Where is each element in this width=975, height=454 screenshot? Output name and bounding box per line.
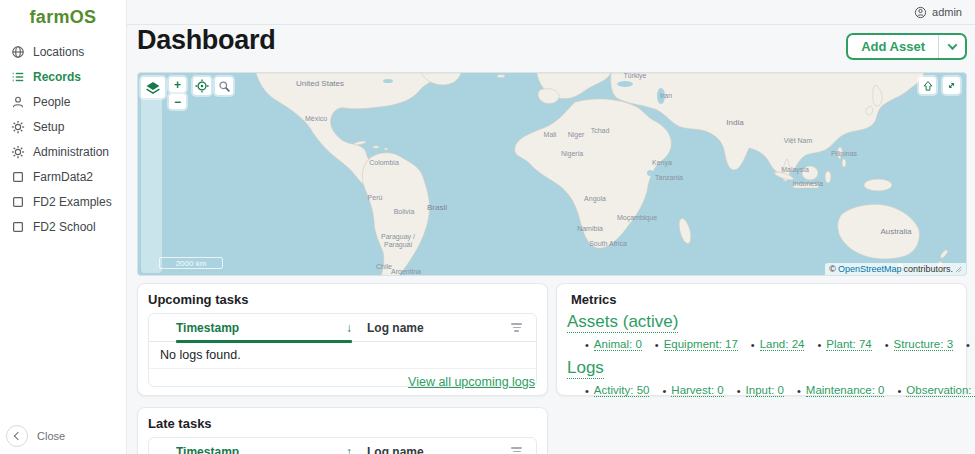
late-tasks-title: Late tasks bbox=[148, 416, 537, 431]
map-scale-bar: 2000 km bbox=[159, 257, 223, 269]
map-label: Pilipinas bbox=[831, 150, 858, 158]
map-label: Iran bbox=[660, 92, 672, 99]
sidebar-item-farmdata2[interactable]: FarmData2 bbox=[0, 164, 126, 189]
bullet: • bbox=[585, 339, 589, 351]
topbar: admin bbox=[127, 0, 975, 25]
sidebar-item-records[interactable]: Records bbox=[0, 64, 126, 89]
sidebar-item-label: Records bbox=[33, 70, 81, 84]
sidebar-item-people[interactable]: People bbox=[0, 89, 126, 114]
collapse-sidebar-button[interactable] bbox=[6, 425, 28, 447]
layer-switcher-panel[interactable] bbox=[141, 91, 162, 273]
bullet: • bbox=[897, 385, 901, 397]
map-label: Perú bbox=[368, 194, 383, 201]
metric-link-input[interactable]: Input: 0 bbox=[746, 384, 784, 397]
filter-icon[interactable] bbox=[511, 323, 522, 332]
map-label: United States bbox=[296, 79, 344, 88]
map-label: Tanzania bbox=[655, 174, 683, 181]
map-label: Brasil bbox=[427, 203, 447, 212]
upcoming-tasks-title: Upcoming tasks bbox=[148, 292, 537, 307]
map-label: Niger bbox=[568, 131, 585, 139]
bullet: • bbox=[966, 339, 970, 351]
metric-link-equipment[interactable]: Equipment: 17 bbox=[664, 338, 738, 351]
map-label: Kenya bbox=[652, 159, 672, 167]
sort-descending-icon[interactable]: ↓ bbox=[346, 321, 352, 335]
metric-link-maintenance[interactable]: Maintenance: 0 bbox=[806, 384, 885, 397]
map-label: Malaysia bbox=[781, 166, 809, 174]
column-header-timestamp[interactable]: Timestamp ↓ bbox=[176, 321, 352, 335]
metric-item: •Maintenance: 0 bbox=[797, 384, 885, 397]
sidebar-item-setup[interactable]: Setup bbox=[0, 114, 126, 139]
layers-icon bbox=[145, 81, 161, 95]
sidebar-item-fd2-school[interactable]: FD2 School bbox=[0, 214, 126, 239]
sidebar-item-label: FD2 School bbox=[33, 220, 96, 234]
logs-link[interactable]: Logs bbox=[567, 358, 604, 379]
fullscreen-button[interactable] bbox=[943, 77, 960, 94]
sort-ascending-icon[interactable]: ↑ bbox=[346, 445, 352, 454]
sidebar-item-administration[interactable]: Administration bbox=[0, 139, 126, 164]
map-search-button[interactable] bbox=[215, 77, 233, 95]
map-export-button[interactable] bbox=[919, 77, 936, 94]
gear-icon bbox=[10, 119, 25, 134]
farmos-logo[interactable]: farmOS bbox=[0, 0, 126, 28]
metric-link-harvest[interactable]: Harvest: 0 bbox=[671, 384, 723, 397]
world-map: United StatesMéxicoColombiaPerúBoliviaBr… bbox=[138, 73, 967, 276]
globe-icon bbox=[10, 44, 25, 59]
zoom-in-button[interactable]: + bbox=[169, 77, 186, 92]
map-label: India bbox=[726, 118, 744, 127]
sidebar-item-label: Setup bbox=[33, 120, 64, 134]
column-header-timestamp[interactable]: Timestamp ↑ bbox=[176, 445, 352, 454]
sidebar-item-label: FarmData2 bbox=[33, 170, 93, 184]
column-header-log-name[interactable]: Log name bbox=[367, 321, 424, 335]
filter-icon[interactable] bbox=[511, 447, 522, 454]
metrics-title: Metrics bbox=[571, 292, 952, 307]
sidebar-item-fd2-examples[interactable]: FD2 Examples bbox=[0, 189, 126, 214]
metric-link-activity[interactable]: Activity: 50 bbox=[594, 384, 650, 397]
bullet: • bbox=[737, 385, 741, 397]
metric-item: •Input: 0 bbox=[737, 384, 784, 397]
map-label: Tchad bbox=[591, 127, 610, 134]
square-icon bbox=[10, 169, 25, 184]
zoom-out-button[interactable]: − bbox=[169, 94, 186, 109]
openstreetmap-link[interactable]: OpenStreetMap bbox=[838, 264, 902, 274]
add-asset-split-button: Add Asset bbox=[846, 33, 967, 60]
attribution-collapse-icon[interactable] bbox=[955, 266, 962, 273]
map-label: Moçambique bbox=[617, 214, 657, 222]
map-attribution: © OpenStreetMap contributors. bbox=[825, 263, 966, 275]
logs-metric-list: •Activity: 50•Harvest: 0•Input: 0•Mainte… bbox=[571, 384, 952, 397]
metrics-panel: Metrics Assets (active) •Animal: 0•Equip… bbox=[556, 283, 967, 396]
page-title: Dashboard bbox=[137, 25, 275, 56]
add-asset-dropdown-toggle[interactable] bbox=[938, 35, 965, 58]
column-header-log-name[interactable]: Log name bbox=[367, 445, 424, 454]
map-label: Mali bbox=[544, 131, 557, 138]
upcoming-tasks-panel: Upcoming tasks Timestamp ↓ Log name No l… bbox=[137, 283, 548, 396]
geolocate-icon bbox=[195, 79, 209, 93]
metric-item: •Equipment: 17 bbox=[655, 338, 738, 351]
map-label: Indonesia bbox=[793, 180, 823, 187]
bullet: • bbox=[655, 339, 659, 351]
sidebar-item-locations[interactable]: Locations bbox=[0, 39, 126, 64]
metric-link-structure[interactable]: Structure: 3 bbox=[894, 338, 953, 351]
layers-button[interactable] bbox=[141, 77, 165, 98]
dashboard-map[interactable]: United StatesMéxicoColombiaPerúBoliviaBr… bbox=[137, 72, 967, 276]
sidebar-item-label: People bbox=[33, 95, 70, 109]
assets-active-link[interactable]: Assets (active) bbox=[567, 312, 678, 333]
metric-item: •Plant: 74 bbox=[817, 338, 871, 351]
sidebar-item-label: Locations bbox=[33, 45, 84, 59]
main-content: Dashboard Add Asset bbox=[127, 25, 975, 454]
chevron-left-icon bbox=[14, 432, 22, 440]
view-all-upcoming-logs-link[interactable]: View all upcoming logs bbox=[408, 375, 535, 389]
metric-link-observation[interactable]: Observation: 0 bbox=[906, 384, 975, 397]
close-label[interactable]: Close bbox=[37, 430, 65, 442]
map-label: Australia bbox=[880, 227, 912, 236]
metric-link-land[interactable]: Land: 24 bbox=[760, 338, 805, 351]
map-label: Paraguay / bbox=[381, 233, 415, 241]
bullet: • bbox=[885, 339, 889, 351]
geolocate-button[interactable] bbox=[193, 77, 211, 95]
metric-link-plant[interactable]: Plant: 74 bbox=[826, 338, 871, 351]
add-asset-button[interactable]: Add Asset bbox=[848, 35, 938, 58]
chevron-down-icon bbox=[947, 40, 957, 50]
active-sort-underline bbox=[176, 340, 352, 343]
table-header-row: Timestamp ↑ Log name bbox=[149, 438, 536, 454]
user-menu[interactable]: admin bbox=[932, 6, 962, 18]
metric-link-animal[interactable]: Animal: 0 bbox=[594, 338, 642, 351]
